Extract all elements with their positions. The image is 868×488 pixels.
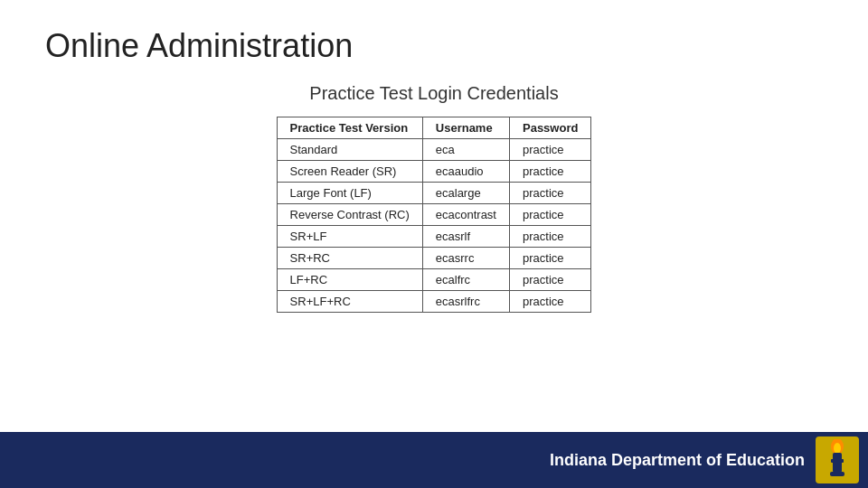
table-row: Screen Reader (SR)ecaaudiopractice: [277, 161, 591, 183]
table-header-row: Practice Test Version Username Password: [277, 117, 591, 139]
table-row: SR+LFecasrlfpractice: [277, 226, 591, 248]
svg-rect-3: [831, 459, 844, 463]
table-cell: Reverse Contrast (RC): [277, 204, 422, 226]
table-cell: practice: [509, 139, 590, 161]
table-cell: Large Font (LF): [277, 183, 422, 204]
table-cell: ecasrlfrc: [422, 291, 509, 313]
col-header-username: Username: [422, 117, 509, 139]
table-cell: LF+RC: [277, 269, 422, 291]
credentials-table: Practice Test Version Username Password …: [277, 117, 592, 313]
table-row: SR+LF+RCecasrlfrcpractice: [277, 291, 591, 313]
table-cell: ecasrlf: [422, 226, 509, 248]
footer-org-name: Indiana Department of Education: [550, 451, 805, 470]
table-cell: ecalarge: [422, 183, 509, 204]
page-title: Online Administration: [45, 27, 823, 65]
table-cell: Screen Reader (SR): [277, 161, 422, 183]
table-cell: SR+LF: [277, 226, 422, 248]
table-cell: ecalfrc: [422, 269, 509, 291]
table-cell: practice: [509, 161, 590, 183]
table-cell: ecasrrc: [422, 248, 509, 269]
svg-point-1: [834, 443, 841, 454]
table-cell: Standard: [277, 139, 422, 161]
table-cell: ecacontrast: [422, 204, 509, 226]
table-row: Large Font (LF)ecalargepractice: [277, 183, 591, 204]
torch-icon: [816, 436, 859, 483]
table-cell: eca: [422, 139, 509, 161]
table-row: LF+RCecalfrcpractice: [277, 269, 591, 291]
col-header-version: Practice Test Version: [277, 117, 422, 139]
table-row: Reverse Contrast (RC)ecacontrastpractice: [277, 204, 591, 226]
main-content: Online Administration Practice Test Logi…: [0, 0, 868, 331]
section-subtitle: Practice Test Login Credentials: [45, 83, 823, 104]
table-row: Standardecapractice: [277, 139, 591, 161]
table-cell: practice: [509, 269, 590, 291]
table-cell: SR+LF+RC: [277, 291, 422, 313]
table-cell: practice: [509, 204, 590, 226]
table-cell: practice: [509, 248, 590, 269]
table-cell: practice: [509, 226, 590, 248]
table-cell: SR+RC: [277, 248, 422, 269]
table-row: SR+RCecasrrcpractice: [277, 248, 591, 269]
table-cell: ecaaudio: [422, 161, 509, 183]
table-cell: practice: [509, 183, 590, 204]
footer-bar: Indiana Department of Education: [0, 432, 868, 488]
col-header-password: Password: [509, 117, 590, 139]
svg-rect-4: [830, 472, 844, 476]
table-cell: practice: [509, 291, 590, 313]
credentials-table-wrapper: Practice Test Version Username Password …: [45, 117, 823, 313]
